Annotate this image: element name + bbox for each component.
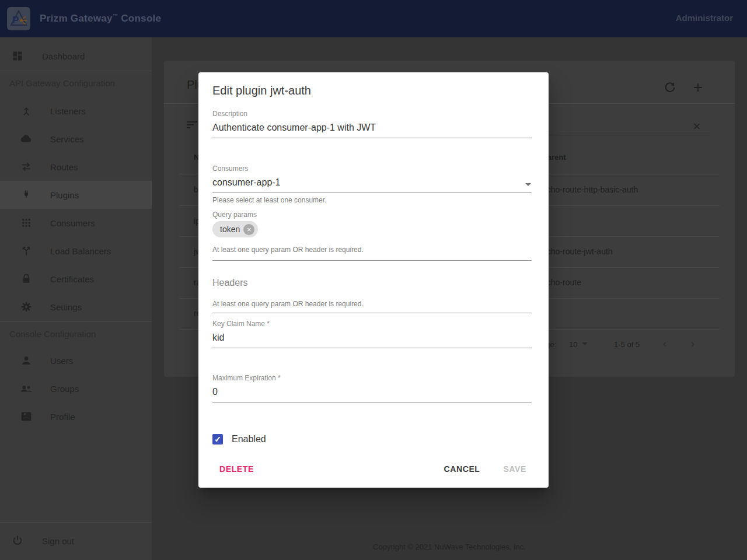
previous-page-icon[interactable]: ‹	[663, 338, 666, 350]
sidebar-item-sign-out[interactable]: Sign out	[0, 527, 152, 555]
consumers-label: Consumers	[212, 164, 248, 173]
filter-icon	[187, 121, 197, 130]
sidebar-item-settings[interactable]: Settings	[0, 293, 152, 321]
people-icon	[19, 382, 33, 396]
power-plug-icon	[19, 188, 33, 202]
power-icon	[11, 534, 25, 548]
maximum-expiration-input[interactable]	[212, 387, 532, 402]
cloud-icon	[19, 132, 33, 146]
query-params-underline[interactable]	[212, 260, 532, 261]
sidebar-item-plugins[interactable]: Plugins	[0, 181, 152, 209]
enabled-checkbox-row: ✓ Enabled	[212, 434, 266, 444]
sidebar-item-routes[interactable]: Routes	[0, 153, 152, 181]
sidebar-item-users[interactable]: Users	[0, 346, 152, 374]
cell-parent: echo-route-jwt-auth	[542, 247, 613, 256]
consumers-select[interactable]: consumer-app-1	[212, 177, 532, 193]
delete-button[interactable]: DELETE	[210, 460, 263, 478]
chevron-down-icon[interactable]	[525, 183, 531, 186]
page-size-caret-icon[interactable]	[582, 342, 588, 345]
sidebar-item-dashboard[interactable]: Dashboard	[0, 42, 152, 70]
current-user-label: Administrator	[676, 13, 733, 23]
call-merge-icon	[19, 104, 33, 118]
headers-hint: At least one query param OR header is re…	[212, 300, 364, 308]
prizm-logo-icon: P	[7, 7, 30, 30]
sidebar-item-groups[interactable]: Groups	[0, 374, 152, 402]
query-param-chip[interactable]: token ×	[212, 221, 258, 237]
maximum-expiration-label: Maximum Expiration *	[212, 374, 281, 382]
query-params-label: Query params	[212, 211, 257, 219]
contact-card-icon	[19, 410, 33, 424]
sidebar-item-listeners[interactable]: Listeners	[0, 97, 152, 125]
sidebar-item-consumers[interactable]: Consumers	[0, 209, 152, 237]
refresh-icon[interactable]	[662, 79, 678, 96]
sidebar-item-label: Groups	[50, 384, 79, 394]
sidebar-section-console-config: Console Configuration	[9, 329, 96, 339]
dashboard-icon	[11, 49, 25, 63]
cancel-button[interactable]: CANCEL	[435, 460, 490, 478]
page-size-select[interactable]: 10	[569, 340, 577, 349]
footer-copyright: Copyright © 2021 NuWave Technologies, In…	[152, 542, 747, 551]
sidebar-item-load-balancers[interactable]: Load Balancers	[0, 237, 152, 265]
app-title: Prizm Gateway™ Console	[40, 13, 161, 24]
next-page-icon[interactable]: ›	[691, 338, 694, 350]
sidebar-nav: Dashboard API Gateway Configuration List…	[0, 37, 152, 560]
sidebar-divider	[0, 71, 152, 71]
save-button[interactable]: SAVE	[494, 460, 536, 478]
gear-icon	[19, 300, 33, 314]
key-claim-name-label: Key Claim Name *	[212, 320, 270, 328]
headers-section-label: Headers	[212, 278, 247, 288]
sidebar-section-api-gateway: API Gateway Configuration	[9, 78, 115, 88]
query-params-hint: At least one query param OR header is re…	[212, 246, 364, 254]
swap-horizontal-icon	[19, 160, 33, 174]
cell-parent: echo-route-http-basic-auth	[542, 185, 638, 194]
sidebar-item-profile[interactable]: Profile	[0, 402, 152, 430]
person-icon	[19, 354, 33, 368]
sidebar-item-label: Consumers	[50, 218, 95, 228]
lock-icon	[19, 272, 33, 286]
call-split-icon	[19, 244, 33, 258]
headers-underline[interactable]	[212, 313, 532, 313]
dialog-title: Edit plugin jwt-auth	[212, 84, 311, 97]
consumers-hint: Please select at least one consumer.	[212, 196, 326, 204]
sidebar-item-certificates[interactable]: Certificates	[0, 265, 152, 293]
page-range-label: 1-5 of 5	[614, 340, 640, 349]
enabled-checkbox[interactable]: ✓	[212, 434, 223, 444]
sidebar-item-label: Certificates	[50, 274, 94, 284]
sidebar-item-label: Settings	[50, 302, 82, 312]
description-label: Description	[212, 110, 247, 118]
add-icon[interactable]: +	[690, 79, 706, 96]
key-claim-name-input[interactable]	[212, 332, 532, 348]
sidebar-item-label: Profile	[50, 412, 75, 422]
apps-grid-icon	[19, 216, 33, 230]
sidebar-item-label: Sign out	[42, 536, 74, 546]
dialog-actions: DELETE CANCEL SAVE	[198, 459, 549, 480]
sidebar-item-label: Services	[50, 134, 84, 144]
sidebar-item-label: Dashboard	[42, 51, 85, 61]
svg-text:P: P	[12, 15, 19, 26]
sidebar-divider	[0, 321, 152, 322]
sidebar-item-label: Plugins	[50, 190, 79, 200]
sidebar-item-label: Load Balancers	[50, 246, 111, 256]
chip-label: token	[220, 225, 240, 234]
enabled-label: Enabled	[232, 434, 266, 444]
chip-remove-icon[interactable]: ×	[243, 224, 254, 235]
sidebar-item-label: Listeners	[50, 106, 86, 116]
edit-plugin-dialog: Edit plugin jwt-auth Description Consume…	[198, 72, 549, 488]
description-input[interactable]	[212, 123, 532, 138]
clear-filter-icon[interactable]: ×	[690, 119, 704, 134]
sidebar-divider	[0, 522, 152, 523]
sidebar-item-services[interactable]: Services	[0, 125, 152, 153]
sidebar-item-label: Routes	[50, 162, 78, 172]
sidebar-item-label: Users	[50, 356, 73, 366]
top-header-bar: P Prizm Gateway™ Console Administrator	[0, 0, 747, 37]
